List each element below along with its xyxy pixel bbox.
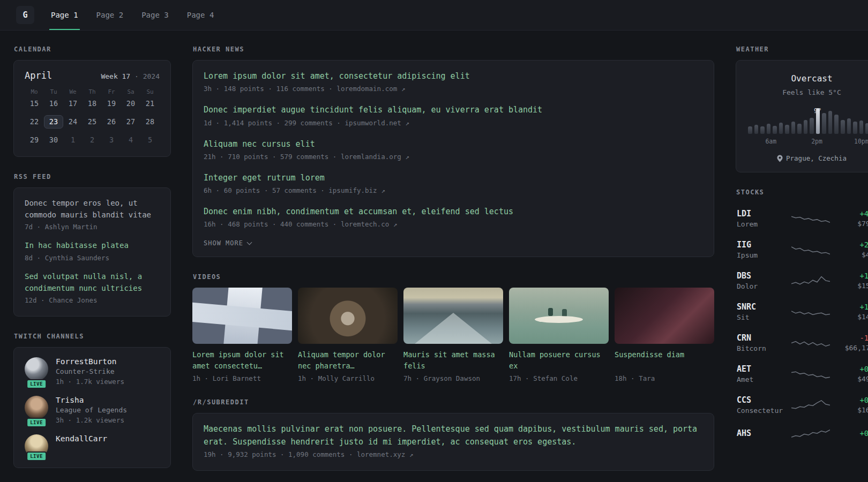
rss-item-title[interactable]: Sed volutpat nulla nisl, a condimentum n… <box>25 271 160 294</box>
stock-row[interactable]: SNRC Sit +1.36% $148.64 <box>736 296 868 327</box>
stock-name: Sit <box>737 313 786 321</box>
calendar-day: 27 <box>121 115 140 129</box>
stock-sparkline <box>786 335 835 350</box>
stock-change: +2.84% <box>835 240 868 249</box>
source-link[interactable]: loremlandia.org ↗ <box>341 153 409 161</box>
hackernews-widget: HACKER NEWS Lorem ipsum dolor sit amet, … <box>192 46 714 257</box>
calendar-day: 15 <box>25 97 44 110</box>
stock-identity: IIG Ipsum <box>737 240 786 259</box>
nav-tab[interactable]: Page 4 <box>185 0 216 30</box>
calendar-dow: Fr <box>102 88 121 97</box>
calendar-widget: CALENDAR April Week 17 · 2024 MoTuWeThFr… <box>13 46 171 157</box>
weather-time-label: 2pm <box>811 138 822 145</box>
stock-price: $66,171.48 <box>835 344 868 352</box>
video-card: Lorem ipsum dolor sit amet consectetu… 1… <box>192 288 292 382</box>
item-meta-text: 21h · 710 points · 579 comments · <box>204 153 336 161</box>
stock-row[interactable]: CRN Bitcorn -1.00% $66,171.48 <box>736 327 868 358</box>
subreddit-post-meta: 19h · 9,932 points · 1,090 comments · lo… <box>204 450 703 458</box>
stock-row[interactable]: DBS Dolor +1.42% $156.28 <box>736 265 868 296</box>
video-meta: 18h · Tara <box>615 374 714 382</box>
video-thumbnail[interactable] <box>403 288 503 344</box>
stock-row[interactable]: IIG Ipsum +2.84% $42.04 <box>736 234 868 265</box>
source-link[interactable]: ipsumify.biz ↗ <box>328 186 385 194</box>
hackernews-item-meta: 3h · 148 points · 116 comments · loremdo… <box>204 85 703 93</box>
twitch-channel-row[interactable]: LIVE Trisha League of Legends 3h · 1.2k … <box>25 396 160 424</box>
calendar-day: 19 <box>102 97 121 110</box>
twitch-channel-name[interactable]: ForrestBurton <box>56 357 117 366</box>
source-link[interactable]: loremnet.xyz ↗ <box>357 450 413 458</box>
twitch-avatar-wrap: LIVE <box>25 434 48 458</box>
twitch-channel-row[interactable]: LIVE KendallCarr <box>25 434 160 458</box>
hackernews-item: Lorem ipsum dolor sit amet, consectetur … <box>204 70 703 93</box>
stock-row[interactable]: CCS Consectetur +0.51% $165.84 <box>736 389 868 420</box>
stock-price: $156.28 <box>835 282 868 290</box>
video-title[interactable]: Mauris sit amet massa felis <box>403 349 503 371</box>
app-logo: G <box>16 6 34 24</box>
hackernews-item-meta: 6h · 60 points · 57 comments · ipsumify.… <box>204 186 703 194</box>
weather-time-labels: 6am2pm10pm <box>748 138 868 146</box>
video-thumbnail[interactable] <box>615 288 714 344</box>
nav-tab[interactable]: Page 2 <box>95 0 125 30</box>
weather-bars <box>748 108 868 134</box>
stock-row[interactable]: AHS +0.46% <box>736 420 868 447</box>
rss-item-title[interactable]: In hac habitasse platea <box>25 240 160 252</box>
nav-tab[interactable]: Page 3 <box>140 0 170 30</box>
calendar-dow: Th <box>83 88 102 97</box>
video-title[interactable]: Lorem ipsum dolor sit amet consectetu… <box>192 349 292 371</box>
hackernews-item-title[interactable]: Donec imperdiet augue tincidunt felis al… <box>204 104 703 116</box>
calendar-day: 17 <box>63 97 83 110</box>
calendar-dow: Mo <box>25 88 44 97</box>
nav-tab[interactable]: Page 1 <box>49 0 80 30</box>
weather-bar <box>853 122 857 134</box>
source-link[interactable]: loremdomain.com ↗ <box>336 85 405 93</box>
rss-item: In hac habitasse platea 8d · Cynthia Sau… <box>25 240 160 262</box>
stock-ticker: AHS <box>737 428 786 438</box>
subreddit-post-title[interactable]: Maecenas mollis pulvinar erat non posuer… <box>204 423 703 448</box>
stock-name: Amet <box>737 375 786 383</box>
right-column: WEATHER Overcast Feels like 5°C 9° 6am2p… <box>736 46 868 463</box>
source-link[interactable]: ipsumworld.net ↗ <box>345 119 409 127</box>
rss-item-meta: 7d · Ashlyn Martin <box>25 223 160 231</box>
hackernews-item: Donec enim nibh, condimentum et accumsan… <box>204 206 703 228</box>
stock-sparkline <box>786 304 835 319</box>
stock-values: -1.00% $66,171.48 <box>835 334 868 352</box>
weather-time-label: 10pm <box>854 138 868 145</box>
twitch-channel-name[interactable]: KendallCarr <box>56 434 107 443</box>
calendar-day: 20 <box>121 97 140 110</box>
calendar-dow: Sa <box>121 88 140 97</box>
video-thumbnail[interactable] <box>298 288 398 344</box>
stock-change: -1.00% <box>835 334 868 342</box>
stock-price: $42.04 <box>835 251 868 259</box>
weather-card: Overcast Feels like 5°C 9° 6am2pm10pm Pr… <box>736 60 868 172</box>
hackernews-item-meta: 16h · 468 points · 440 comments · loremt… <box>204 220 703 228</box>
weather-current-temp: 9° <box>814 107 821 115</box>
stock-change: +0.46% <box>835 429 868 438</box>
hackernews-item-title[interactable]: Donec enim nibh, condimentum et accumsan… <box>204 206 703 218</box>
video-thumbnail[interactable] <box>192 288 292 344</box>
hackernews-item: Aliquam nec cursus elit 21h · 710 points… <box>204 138 703 161</box>
video-title[interactable]: Aliquam tempor dolor nec pharetra… <box>298 349 398 371</box>
stock-name: Ipsum <box>737 251 786 259</box>
calendar-day: 2 <box>83 133 102 147</box>
video-title[interactable]: Suspendisse diam <box>615 349 714 371</box>
source-link[interactable]: loremtech.co ↗ <box>341 220 397 228</box>
stock-sparkline <box>786 242 835 257</box>
video-thumbnail[interactable] <box>509 288 609 344</box>
weather-bar <box>785 125 789 134</box>
twitch-channel-row[interactable]: LIVE ForrestBurton Counter-Strike 1h · 1… <box>25 357 160 386</box>
rss-item: Sed volutpat nulla nisl, a condimentum n… <box>25 271 160 304</box>
video-title[interactable]: Nullam posuere cursus ex <box>509 349 609 371</box>
stock-name: Bitcorn <box>737 344 786 352</box>
hackernews-item-title[interactable]: Lorem ipsum dolor sit amet, consectetur … <box>204 70 703 82</box>
weather-bar <box>767 124 771 134</box>
rss-item-title[interactable]: Donec tempor eros leo, ut commodo mauris… <box>25 198 160 221</box>
stock-values: +4.35% $795.18 <box>835 209 868 228</box>
widget-title-weather: WEATHER <box>736 46 868 53</box>
hackernews-item-title[interactable]: Aliquam nec cursus elit <box>204 138 703 150</box>
calendar-day: 5 <box>140 133 160 147</box>
hackernews-item-title[interactable]: Integer eget rutrum lorem <box>204 172 703 184</box>
stock-row[interactable]: LDI Lorem +4.35% $795.18 <box>736 203 868 234</box>
hackernews-show-more-button[interactable]: SHOW MORE <box>204 239 251 247</box>
stock-row[interactable]: AET Amet +0.92% $499.72 <box>736 358 868 389</box>
twitch-channel-name[interactable]: Trisha <box>56 396 84 404</box>
